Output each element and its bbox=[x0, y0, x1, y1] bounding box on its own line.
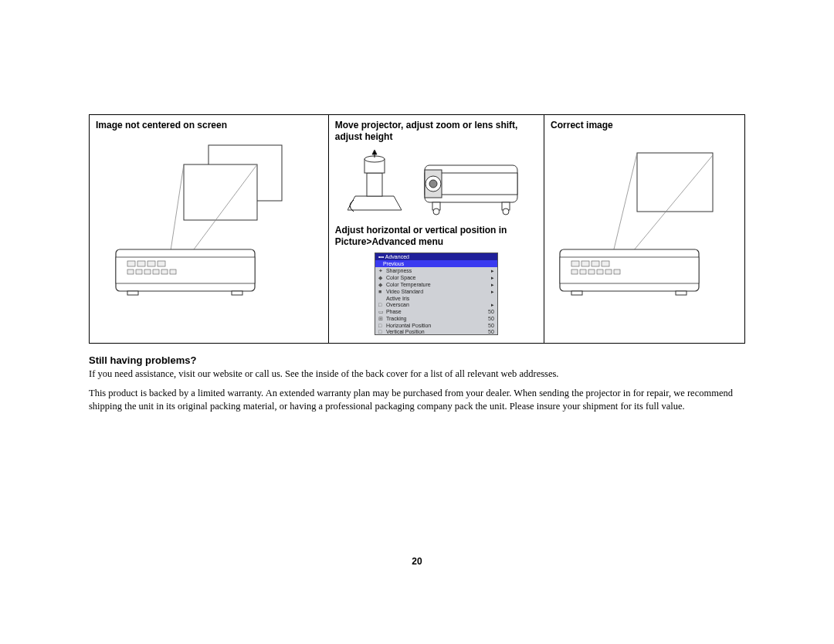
correct-illustration bbox=[551, 137, 738, 300]
cell-title: Move projector, adjust zoom or lens shif… bbox=[335, 120, 537, 143]
svg-point-30 bbox=[433, 208, 439, 215]
svg-rect-8 bbox=[147, 261, 155, 266]
projector-misaligned-icon bbox=[100, 141, 317, 296]
menu-row: □Overscan▸ bbox=[375, 301, 497, 308]
svg-rect-49 bbox=[676, 291, 687, 295]
projector-aligned-icon bbox=[552, 141, 737, 296]
svg-rect-46 bbox=[605, 269, 612, 274]
menu-row: ◆Color Space▸ bbox=[375, 274, 497, 281]
body-paragraph: If you need assistance, visit our websit… bbox=[89, 368, 745, 381]
menu-row: ⊞Tracking50 bbox=[375, 315, 497, 322]
adjust-projector-icon bbox=[348, 150, 525, 218]
menu-row: □Horizontal Position50 bbox=[375, 322, 497, 328]
table-cell-problem: Image not centered on screen bbox=[90, 115, 329, 344]
svg-rect-13 bbox=[153, 269, 159, 274]
menu-row: ■Video Standard▸ bbox=[375, 288, 497, 295]
menu-row: Active Iris bbox=[375, 295, 497, 301]
svg-rect-45 bbox=[597, 269, 603, 274]
svg-marker-23 bbox=[372, 150, 377, 154]
svg-point-28 bbox=[429, 180, 437, 188]
svg-rect-7 bbox=[137, 261, 145, 266]
svg-rect-12 bbox=[144, 269, 151, 274]
svg-rect-6 bbox=[127, 261, 135, 266]
manual-page: Image not centered on screen bbox=[89, 114, 745, 419]
svg-rect-39 bbox=[581, 261, 589, 266]
page-number: 20 bbox=[0, 556, 834, 567]
svg-line-2 bbox=[170, 164, 184, 256]
svg-rect-9 bbox=[158, 261, 165, 266]
menu-row: ◆Color Temperature▸ bbox=[375, 281, 497, 288]
svg-rect-40 bbox=[592, 261, 599, 266]
table-cell-result: Correct image bbox=[544, 115, 745, 344]
menu-row: ✦Sharpness▸ bbox=[375, 267, 497, 274]
svg-marker-18 bbox=[348, 196, 402, 210]
menu-header: ••• Advanced bbox=[375, 253, 497, 260]
cell-title: Correct image bbox=[551, 120, 738, 131]
svg-rect-16 bbox=[127, 291, 138, 295]
adjust-illustration bbox=[335, 149, 537, 219]
svg-rect-33 bbox=[637, 153, 713, 212]
svg-point-32 bbox=[503, 208, 509, 215]
svg-rect-47 bbox=[614, 269, 620, 274]
svg-rect-44 bbox=[588, 269, 595, 274]
body-text-section: Still having problems? If you need assis… bbox=[89, 354, 745, 413]
svg-rect-1 bbox=[184, 164, 257, 220]
problem-illustration bbox=[96, 137, 322, 300]
menu-row: ▭Phase50 bbox=[375, 308, 497, 315]
svg-rect-11 bbox=[136, 269, 142, 274]
body-paragraph: This product is backed by a limited warr… bbox=[89, 387, 745, 413]
svg-rect-43 bbox=[580, 269, 586, 274]
cell-subtitle: Adjust horizontal or vertical position i… bbox=[335, 225, 537, 248]
advanced-menu-screenshot: ••• Advanced Previous ✦Sharpness▸ ◆Color… bbox=[375, 253, 498, 335]
table-cell-solution: Move projector, adjust zoom or lens shif… bbox=[328, 115, 544, 344]
svg-rect-19 bbox=[367, 173, 382, 196]
section-heading: Still having problems? bbox=[89, 354, 745, 366]
svg-rect-48 bbox=[571, 291, 582, 295]
menu-previous: Previous bbox=[375, 260, 497, 267]
svg-rect-17 bbox=[232, 291, 242, 295]
svg-rect-41 bbox=[602, 261, 609, 266]
svg-rect-38 bbox=[571, 261, 579, 266]
svg-rect-42 bbox=[571, 269, 578, 274]
svg-rect-10 bbox=[127, 269, 134, 274]
troubleshooting-table: Image not centered on screen bbox=[89, 114, 745, 344]
menu-row: □Vertical Position50 bbox=[375, 328, 497, 334]
cell-title: Image not centered on screen bbox=[96, 120, 322, 131]
svg-rect-15 bbox=[170, 269, 176, 274]
svg-line-34 bbox=[612, 153, 637, 256]
svg-rect-14 bbox=[161, 269, 168, 274]
